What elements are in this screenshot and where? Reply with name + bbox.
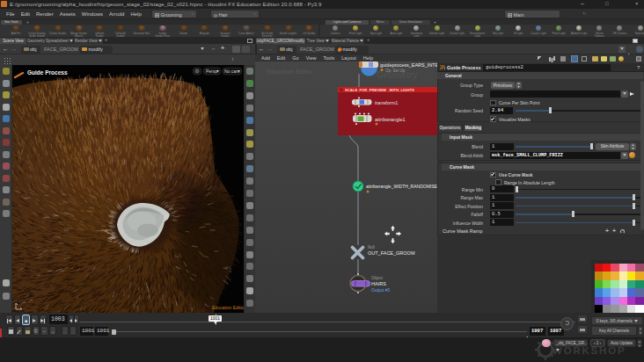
- svg-text:HAIRS: HAIRS: [371, 281, 386, 286]
- svg-text:OUT_FACE_GROOM: OUT_FACE_GROOM: [368, 250, 415, 256]
- svg-text:No cam: No cam: [224, 69, 239, 74]
- svg-text:Op: Set Up: Op: Set Up: [385, 69, 406, 73]
- svg-text:Education Editio: Education Editio: [267, 69, 311, 75]
- svg-text:transform1: transform1: [375, 100, 398, 105]
- svg-text:Education Edition: Education Edition: [212, 305, 244, 310]
- svg-text:Guide Process: Guide Process: [27, 69, 68, 76]
- svg-text:Persp: Persp: [206, 69, 217, 74]
- svg-text:attribwrangle1: attribwrangle1: [375, 117, 406, 122]
- svg-text:Object: Object: [371, 276, 384, 280]
- svg-text:Output #0: Output #0: [371, 288, 390, 293]
- svg-text:SCALE_FOR_PREVIEW _WITH_LIGHTS: SCALE_FOR_PREVIEW _WITH_LIGHTS: [345, 88, 414, 92]
- svg-text:guideprocess_EARS_INTERSECT: guideprocess_EARS_INTERSECT: [380, 62, 437, 68]
- svg-text:Null: Null: [368, 245, 375, 250]
